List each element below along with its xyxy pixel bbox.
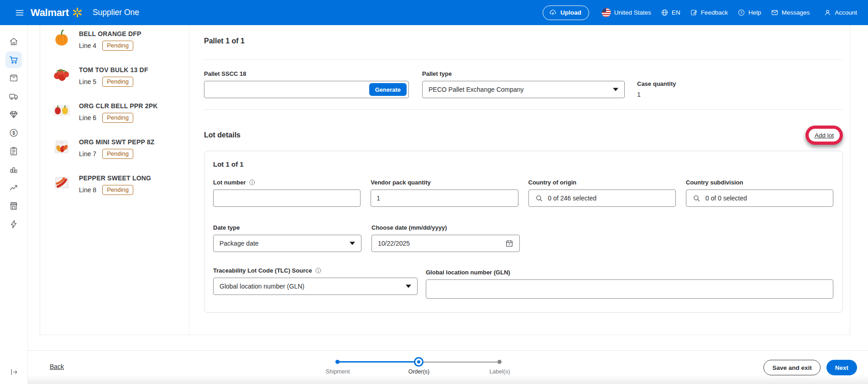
walmart-logo[interactable]: Walmart [31, 7, 83, 19]
step-dot-shipment[interactable] [335, 360, 340, 364]
sidebar-item-performance[interactable] [5, 216, 22, 232]
sidebar-item-rewards[interactable] [5, 106, 22, 123]
next-button[interactable]: Next [826, 360, 857, 375]
country-of-origin-select[interactable]: 0 of 246 selected [528, 189, 676, 207]
tlc-source-select[interactable]: Global location number (GLN) [213, 278, 418, 295]
calendar-icon[interactable] [505, 239, 513, 247]
wizard-footer: Back Shipment Order(s) Label(s) Save and… [28, 350, 868, 384]
pallet-fields-row: Pallet SSCC 18 Generate Pallet type PECO… [204, 70, 843, 98]
product-line-item[interactable]: ORG MINI SWT PEPP 8Z Line 7 Pending [52, 137, 181, 159]
step-label-labels[interactable]: Label(s) [479, 368, 520, 375]
lot-number-input[interactable] [213, 189, 361, 207]
collapse-rail-button[interactable] [0, 368, 28, 377]
account-button[interactable]: Account [824, 9, 857, 16]
sidebar-item-growth[interactable] [5, 179, 22, 196]
vendor-pack-quantity-input[interactable] [371, 189, 518, 207]
us-flag-icon [601, 8, 611, 17]
tlc-source-value: Global location number (GLN) [220, 283, 401, 290]
package-icon [9, 73, 19, 83]
pallet-type-value: PECO Pallet Exchange Company [429, 86, 608, 93]
messages-button[interactable]: Messages [771, 9, 810, 16]
sidebar-item-reports[interactable] [5, 143, 22, 159]
account-icon [824, 9, 831, 16]
lot-row-1: Lot number Vendor pack quantity Country … [213, 179, 833, 207]
vendor-pack-quantity-label: Vendor pack quantity [371, 179, 518, 186]
step-label-orders[interactable]: Order(s) [398, 368, 439, 375]
sidebar-item-store[interactable] [5, 198, 22, 214]
country-of-origin-label: Country of origin [528, 179, 676, 186]
step-dot-orders-active[interactable] [414, 357, 424, 367]
brand-wordmark: Walmart [31, 7, 69, 19]
help-circle-icon: ? [737, 9, 745, 16]
upload-button[interactable]: Upload [543, 5, 589, 20]
product-image-mini-pepper-bag [52, 137, 71, 156]
add-lot-annotation-circle: Add lot [805, 126, 843, 145]
divider [204, 59, 843, 60]
footer-actions: Save and exit Next [763, 360, 857, 375]
lot-card: Lot 1 of 1 Lot number Vendor pack quanti… [204, 151, 843, 313]
top-bar-actions: Upload United States EN Feedback ? Help … [543, 5, 857, 20]
main-sheet: BELL ORANGE DFP Line 4 Pending TOM TOV B… [40, 25, 850, 335]
info-icon[interactable] [249, 179, 256, 186]
diamond-icon [9, 110, 19, 120]
sidebar-item-transport[interactable] [5, 88, 22, 105]
lot-row-2: Date type Package date Choose date (mm/d… [213, 224, 833, 252]
status-badge: Pending [102, 149, 133, 159]
product-image-tomatoes [52, 65, 71, 84]
feedback-button[interactable]: Feedback [690, 9, 728, 16]
save-and-exit-button[interactable]: Save and exit [763, 360, 820, 375]
sidebar-item-analytics[interactable] [5, 161, 22, 178]
walmart-supplier-one-app: Walmart Supplier One Upload United State… [0, 0, 868, 384]
step-dot-labels[interactable] [497, 360, 502, 364]
pallet-sscc-label: Pallet SSCC 18 [204, 70, 409, 77]
choose-date-input[interactable]: 10/22/2025 [371, 235, 520, 252]
chevron-down-icon [350, 242, 355, 245]
product-line-item[interactable]: TOM TOV BULK 13 DF Line 5 Pending [52, 65, 181, 87]
generate-button[interactable]: Generate [369, 83, 407, 96]
country-of-origin-value: 0 of 246 selected [548, 195, 669, 202]
upload-label: Upload [560, 9, 581, 16]
collapse-rail-icon [10, 368, 19, 377]
add-lot-link[interactable]: Add lot [815, 132, 834, 139]
date-type-value: Package date [220, 240, 345, 247]
left-nav-rail: $ [0, 25, 28, 384]
pallet-form: Pallet 1 of 1 Pallet SSCC 18 Generate Pa… [189, 25, 850, 335]
stepper-segment-upcoming [419, 362, 500, 363]
truck-icon [9, 91, 19, 101]
pallet-type-select[interactable]: PECO Pallet Exchange Company [422, 81, 625, 98]
date-type-select[interactable]: Package date [213, 235, 361, 252]
store-icon [9, 201, 19, 211]
svg-text:?: ? [740, 11, 743, 15]
choose-date-label: Choose date (mm/dd/yyyy) [371, 224, 520, 231]
lightning-icon [9, 219, 19, 229]
product-line-item[interactable]: BELL ORANGE DFP Line 4 Pending [52, 29, 181, 51]
info-icon[interactable] [315, 267, 322, 274]
top-bar: Walmart Supplier One Upload United State… [0, 0, 868, 25]
product-info: ORG CLR BELL PPR 2PK Line 6 Pending [79, 101, 158, 123]
sidebar-item-orders[interactable] [5, 52, 22, 68]
help-button[interactable]: ? Help [737, 9, 761, 16]
product-line-item[interactable]: ORG CLR BELL PPR 2PK Line 6 Pending [52, 101, 181, 123]
sidebar-item-payments[interactable]: $ [5, 125, 22, 141]
country-subdivision-select[interactable]: 0 of 0 selected [686, 189, 833, 207]
pallet-section-title: Pallet 1 of 1 [204, 25, 843, 45]
sidebar-item-home[interactable] [5, 33, 22, 50]
product-info: ORG MINI SWT PEPP 8Z Line 7 Pending [79, 137, 155, 159]
lot-details-title: Lot details [204, 131, 241, 139]
product-line-item[interactable]: PEPPER SWEET LONG Line 8 Pending [52, 173, 181, 195]
country-selector[interactable]: United States [601, 8, 651, 17]
tlc-source-label: Traceability Lot Code (TLC) Source [213, 267, 418, 274]
menu-icon[interactable] [15, 8, 24, 17]
product-info: BELL ORANGE DFP Line 4 Pending [79, 29, 141, 51]
back-link[interactable]: Back [50, 363, 64, 370]
lot-details-header: Lot details Add lot [204, 124, 843, 146]
status-badge: Pending [102, 77, 133, 87]
product-image-long-sweet-peppers [52, 173, 71, 192]
gln-input[interactable] [426, 279, 833, 299]
step-label-shipment[interactable]: Shipment [317, 368, 358, 375]
choose-date-value: 10/22/2025 [378, 240, 501, 247]
dollar-circle-icon: $ [9, 128, 19, 138]
language-selector[interactable]: EN [661, 9, 680, 16]
sidebar-item-items[interactable] [5, 70, 22, 86]
chevron-down-icon [613, 88, 618, 91]
